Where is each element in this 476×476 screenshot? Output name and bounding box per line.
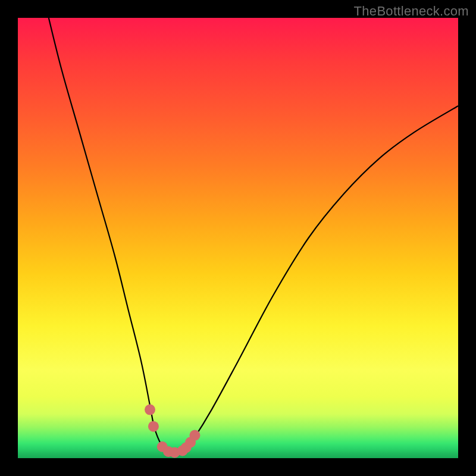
highlight-marker bbox=[148, 421, 159, 432]
highlight-markers bbox=[145, 405, 200, 458]
bottleneck-curve bbox=[49, 18, 458, 453]
highlight-marker bbox=[189, 430, 200, 441]
chart-svg bbox=[18, 18, 458, 458]
highlight-marker bbox=[145, 405, 155, 415]
plot-area bbox=[18, 18, 458, 458]
chart-container: TheBottleneck.com bbox=[0, 0, 476, 476]
watermark-text: TheBottleneck.com bbox=[354, 4, 469, 19]
